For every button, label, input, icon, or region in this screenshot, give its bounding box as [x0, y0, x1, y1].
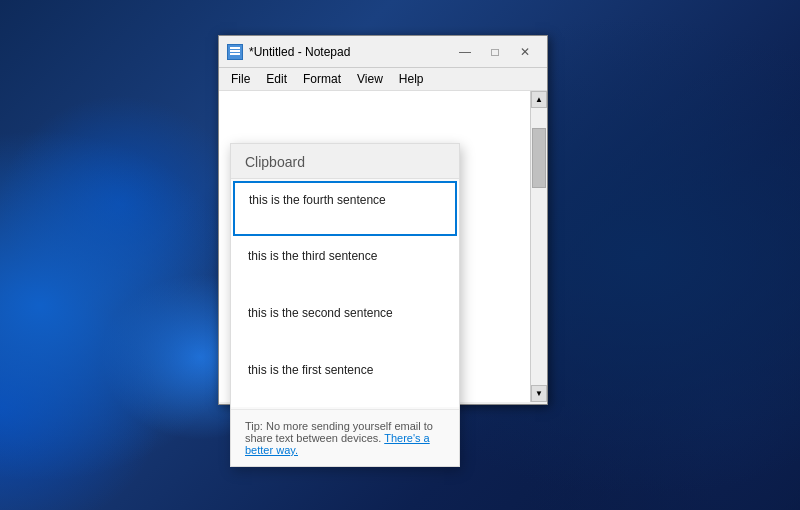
- menu-file[interactable]: File: [223, 70, 258, 88]
- clipboard-panel: Clipboard this is the fourth sentence ••…: [230, 143, 460, 467]
- clipboard-item-text-0: this is the fourth sentence: [249, 193, 420, 207]
- clipboard-item-3[interactable]: this is the first sentence •••: [233, 352, 457, 407]
- scroll-thumb[interactable]: [532, 128, 546, 188]
- menu-help[interactable]: Help: [391, 70, 432, 88]
- menu-bar: File Edit Format View Help: [219, 68, 547, 91]
- clipboard-item-2[interactable]: this is the second sentence •••: [233, 295, 457, 350]
- scroll-up-arrow[interactable]: ▲: [531, 91, 547, 108]
- maximize-button[interactable]: □: [481, 40, 509, 64]
- clipboard-tip: Tip: No more sending yourself email to s…: [231, 409, 459, 466]
- clipboard-item-text-2: this is the second sentence: [248, 306, 421, 320]
- clipboard-header: Clipboard: [231, 144, 459, 179]
- scroll-down-arrow[interactable]: ▼: [531, 385, 547, 402]
- vertical-scrollbar[interactable]: ▲ ▼: [530, 91, 547, 402]
- menu-format[interactable]: Format: [295, 70, 349, 88]
- scroll-track[interactable]: [531, 108, 547, 385]
- title-bar: *Untitled - Notepad — □ ✕: [219, 36, 547, 68]
- close-button[interactable]: ✕: [511, 40, 539, 64]
- clipboard-items-list: this is the fourth sentence ••• this is …: [231, 181, 459, 407]
- clipboard-item-0[interactable]: this is the fourth sentence •••: [233, 181, 457, 236]
- menu-view[interactable]: View: [349, 70, 391, 88]
- minimize-button[interactable]: —: [451, 40, 479, 64]
- clipboard-item-1[interactable]: this is the third sentence •••: [233, 238, 457, 293]
- title-bar-left: *Untitled - Notepad: [227, 44, 350, 60]
- menu-edit[interactable]: Edit: [258, 70, 295, 88]
- window-title: *Untitled - Notepad: [249, 45, 350, 59]
- clipboard-item-text-1: this is the third sentence: [248, 249, 421, 263]
- window-controls: — □ ✕: [451, 40, 539, 64]
- notepad-app-icon: [227, 44, 243, 60]
- clipboard-item-text-3: this is the first sentence: [248, 363, 421, 377]
